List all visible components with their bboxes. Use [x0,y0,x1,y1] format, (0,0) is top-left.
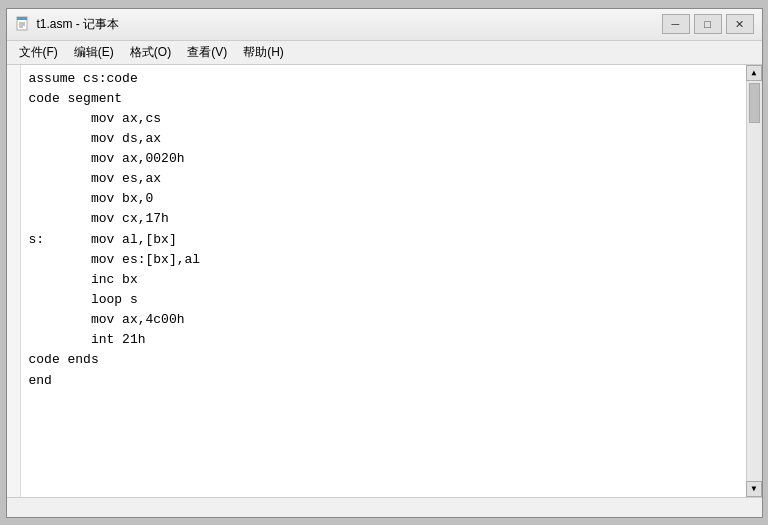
left-margin-bar [7,65,21,497]
main-window: t1.asm - 记事本 ─ □ ✕ 文件(F) 编辑(E) 格式(O) 查看(… [6,8,763,518]
minimize-button[interactable]: ─ [662,14,690,34]
text-editor[interactable]: assume cs:code code segment mov ax,cs mo… [21,65,746,497]
scrollbar-vertical[interactable]: ▲ ▼ [746,65,762,497]
menu-edit[interactable]: 编辑(E) [66,42,122,63]
menu-view[interactable]: 查看(V) [179,42,235,63]
title-bar: t1.asm - 记事本 ─ □ ✕ [7,9,762,41]
menu-file[interactable]: 文件(F) [11,42,66,63]
title-controls: ─ □ ✕ [662,14,754,34]
maximize-button[interactable]: □ [694,14,722,34]
window-title: t1.asm - 记事本 [37,16,120,33]
scroll-thumb[interactable] [749,83,760,123]
menu-format[interactable]: 格式(O) [122,42,179,63]
status-bar [7,497,762,517]
scroll-track[interactable] [747,81,762,481]
app-icon [15,16,31,32]
close-button[interactable]: ✕ [726,14,754,34]
svg-rect-1 [17,17,27,20]
scroll-up-button[interactable]: ▲ [746,65,762,81]
content-area: assume cs:code code segment mov ax,cs mo… [7,65,762,497]
menu-help[interactable]: 帮助(H) [235,42,292,63]
title-bar-left: t1.asm - 记事本 [15,16,120,33]
scroll-down-button[interactable]: ▼ [746,481,762,497]
menu-bar: 文件(F) 编辑(E) 格式(O) 查看(V) 帮助(H) [7,41,762,65]
